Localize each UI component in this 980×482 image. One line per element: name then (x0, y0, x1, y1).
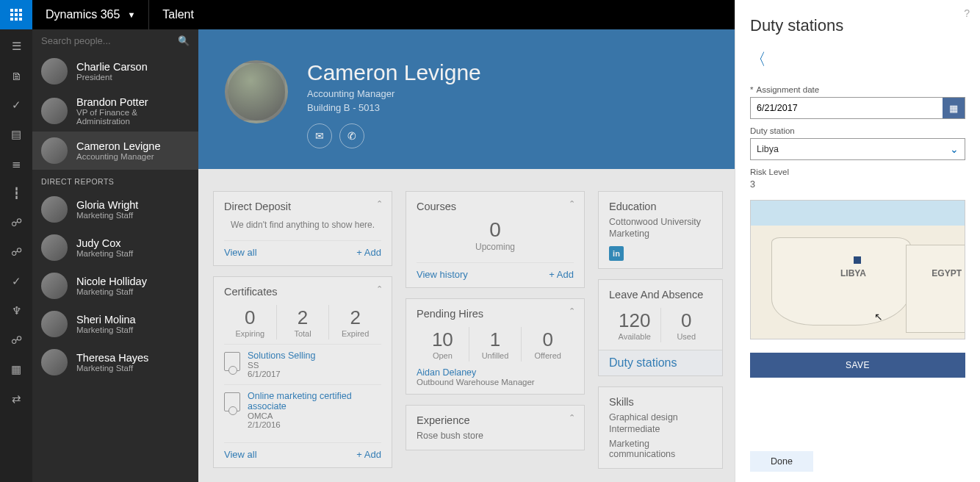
stat-value: 2 (281, 306, 325, 329)
profile-name: Cameron Levigne (307, 60, 481, 85)
person-item-selected[interactable]: Cameron Levigne Accounting Manager (32, 132, 198, 170)
search-icon[interactable]: 🔍 (178, 35, 190, 46)
back-button[interactable]: 〈 (750, 48, 766, 71)
module-label[interactable]: Talent (148, 0, 207, 29)
rail-swap-icon[interactable]: ⇄ (0, 391, 32, 407)
avatar (41, 58, 68, 84)
rail-person3-icon[interactable]: ☍ (0, 332, 32, 348)
direct-reports-heading: DIRECT REPORTS (32, 170, 198, 190)
app-launcher-button[interactable] (0, 0, 32, 29)
person-name: Theresa Hayes (76, 352, 148, 364)
collapse-icon[interactable]: ⌃ (569, 413, 575, 422)
add-button[interactable]: + Add (356, 247, 381, 258)
avatar (41, 234, 68, 261)
duty-station-select[interactable]: Libya ⌄ (750, 138, 965, 160)
avatar (41, 349, 68, 375)
profile-building: Building B - 5013 (307, 102, 481, 113)
rail-check2-icon[interactable]: ✓ (0, 273, 32, 289)
pending-hires-card: ⌃ Pending Hires 10Open 1Unfilled 0Offere… (406, 298, 585, 395)
skill-item: Intermediate (609, 424, 712, 436)
card-title: Education (609, 201, 712, 212)
rail-menu-icon[interactable]: ☰ (0, 38, 32, 54)
done-button[interactable]: Done (750, 451, 813, 472)
report-item[interactable]: Sheri Molina Marketing Staff (32, 305, 198, 343)
risk-level-value: 3 (750, 179, 965, 190)
certificate-item[interactable]: Online marketing certified associate OMC… (224, 384, 381, 435)
panel-title: Duty stations (750, 16, 965, 35)
avatar (41, 273, 68, 299)
chevron-down-icon: ⌄ (950, 143, 959, 155)
phone-icon: ✆ (347, 130, 356, 142)
hire-name[interactable]: Aidan Delaney (417, 367, 574, 378)
save-button[interactable]: SAVE (750, 353, 965, 378)
cert-code: SS (248, 361, 315, 370)
map-region-egypt (906, 245, 965, 333)
assignment-date-label: *Assignment date (750, 85, 965, 94)
brand-dropdown[interactable]: Dynamics 365 ▼ (32, 8, 148, 21)
avatar (41, 137, 68, 164)
collapse-icon[interactable]: ⌃ (569, 199, 575, 209)
skill-item: Marketing communications (609, 436, 712, 461)
person-item[interactable]: Brandon Potter VP of Finance & Administr… (32, 90, 198, 132)
email-button[interactable]: ✉ (307, 123, 332, 148)
rail-grid-icon[interactable]: ▦ (0, 362, 32, 378)
view-all-link[interactable]: View all (224, 247, 257, 258)
rail-clipboard-icon[interactable]: ▤ (0, 126, 32, 143)
certificates-card: ⌃ Certificates 0Expiring 2Total 2Expired… (213, 276, 392, 468)
help-button[interactable]: ? (964, 7, 970, 19)
cert-date: 6/1/2017 (248, 370, 315, 378)
report-item[interactable]: Judy Cox Marketing Staff (32, 229, 198, 267)
collapse-icon[interactable]: ⌃ (569, 306, 575, 316)
person-name: Judy Cox (76, 237, 133, 249)
add-button[interactable]: + Add (549, 269, 574, 280)
rail-check-icon[interactable]: ✓ (0, 97, 32, 113)
duty-stations-link[interactable]: Duty stations (609, 356, 677, 369)
rail-person-icon[interactable]: ☍ (0, 215, 32, 231)
linkedin-icon[interactable]: in (609, 246, 624, 261)
report-item[interactable]: Gloria Wright Marketing Staff (32, 190, 198, 229)
map-pin-icon (854, 256, 861, 264)
view-all-link[interactable]: View all (224, 449, 257, 460)
duty-station-label: Duty station (750, 126, 965, 135)
search-input[interactable] (41, 35, 178, 46)
assignment-date-input[interactable] (751, 98, 943, 118)
card-title: Pending Hires (417, 308, 574, 320)
report-item[interactable]: Nicole Holliday Marketing Staff (32, 267, 198, 305)
skills-card: Skills Graphical design Intermediate Mar… (598, 386, 723, 469)
person-title: Marketing Staff (76, 287, 147, 296)
stat-label: Open (421, 351, 464, 360)
person-title: Marketing Staff (76, 364, 148, 373)
rail-doc-icon[interactable]: 🗎 (0, 68, 32, 84)
rail-person2-icon[interactable]: ☍ (0, 244, 32, 260)
collapse-icon[interactable]: ⌃ (376, 199, 383, 209)
add-button[interactable]: + Add (356, 449, 381, 460)
cert-date: 2/1/2016 (248, 420, 381, 429)
rail-orgchart-icon[interactable]: ┇ (0, 185, 32, 201)
report-item[interactable]: Theresa Hayes Marketing Staff (32, 343, 198, 381)
person-name: Gloria Wright (76, 199, 138, 211)
person-title: Marketing Staff (76, 249, 133, 258)
rail-tree-icon[interactable]: ♆ (0, 303, 32, 319)
stat-label: Used (666, 332, 708, 341)
certificate-item[interactable]: Solutions Selling SS 6/1/2017 (224, 344, 381, 384)
stat-label: Available (613, 332, 656, 341)
stat-value: 0 (228, 306, 272, 329)
phone-button[interactable]: ✆ (339, 123, 364, 148)
experience-item: Rose bush store (417, 426, 574, 442)
person-title: Marketing Staff (76, 325, 136, 334)
hire-role: Outbound Warehouse Manager (417, 378, 574, 386)
cert-title: Online marketing certified associate (248, 391, 381, 411)
view-history-link[interactable]: View history (417, 269, 468, 280)
stat-label: Offered (526, 351, 569, 360)
calendar-button[interactable]: ▦ (943, 98, 965, 118)
stat-value: 10 (421, 328, 464, 351)
direct-deposit-card: ⌃ Direct Deposit We didn't find anything… (213, 191, 392, 266)
stat-value: 0 (417, 218, 574, 242)
person-item[interactable]: Charlie Carson President (32, 52, 198, 90)
skill-item: Graphical design (609, 408, 712, 424)
collapse-icon[interactable]: ⌃ (376, 284, 383, 294)
map-preview[interactable]: LIBYA EGYPT ↖ (750, 200, 965, 339)
duty-station-value: Libya (757, 144, 779, 154)
avatar (41, 196, 68, 223)
rail-list-icon[interactable]: ≣ (0, 156, 32, 172)
